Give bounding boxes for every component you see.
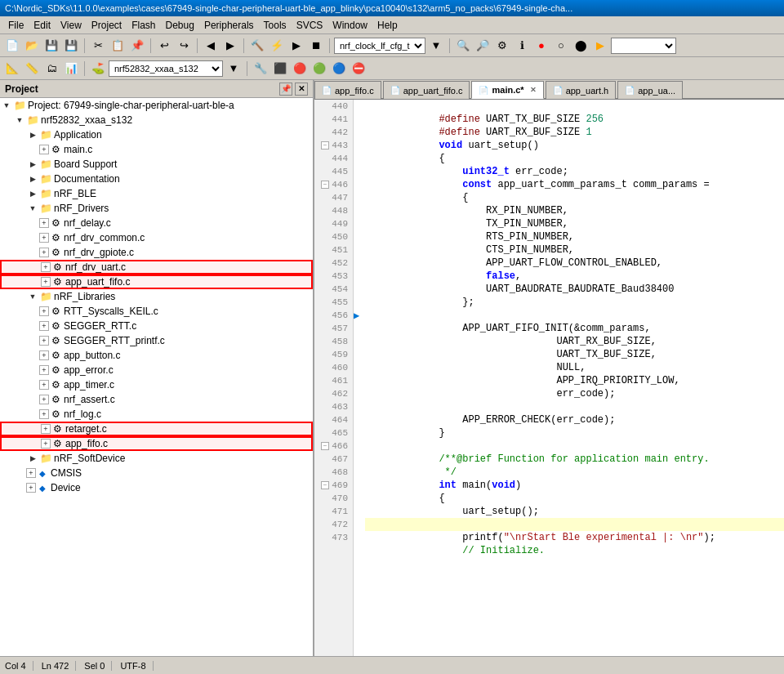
tree-item-app-error[interactable]: + ⚙ app_error.c — [0, 363, 313, 377]
tb2-btn2[interactable]: 📏 — [23, 60, 41, 78]
build-btn2[interactable]: ⚡ — [268, 37, 286, 55]
tab-main-c[interactable]: 📄 main.c* ✕ — [471, 81, 543, 99]
expand-nrfsoftdev[interactable]: ▶ — [26, 452, 39, 465]
save-button[interactable]: 💾 — [42, 37, 60, 55]
tree-item-rtt-syscalls[interactable]: + ⚙ RTT_Syscalls_KEIL.c — [0, 304, 313, 319]
tree-item-segger-rtt[interactable]: + ⚙ SEGGER_RTT.c — [0, 319, 313, 333]
tab-app-uart-fifo[interactable]: 📄 app_uart_fifo.c — [383, 81, 470, 99]
tree-item-app-fifo[interactable]: + ⚙ app_fifo.c — [0, 436, 313, 451]
paste-button[interactable]: 📌 — [128, 37, 146, 55]
expand-rtt-syscalls[interactable]: + — [39, 306, 49, 316]
code-lines[interactable]: #define UART_TX_BUF_SIZE 256 #define UAR… — [365, 100, 784, 656]
new-file-button[interactable]: 📄 — [3, 37, 21, 55]
menu-flash[interactable]: Flash — [127, 18, 160, 33]
cut-button[interactable]: ✂ — [89, 37, 107, 55]
tb2-btn9[interactable]: 🟢 — [310, 60, 328, 78]
expand-nrfdrv[interactable]: ▼ — [26, 202, 39, 215]
copy-button[interactable]: 📋 — [109, 37, 127, 55]
expand-segger-rtt-printf[interactable]: + — [39, 336, 49, 346]
tab-app-fifo[interactable]: 📄 app_fifo.c — [314, 81, 381, 99]
expand-app-error[interactable]: + — [39, 365, 49, 375]
tree-item-nrfdrv[interactable]: ▼ 📁 nRF_Drivers — [0, 201, 313, 216]
tree-item-app-timer[interactable]: + ⚙ app_timer.c — [0, 377, 313, 392]
red-btn[interactable]: ● — [532, 37, 550, 55]
menu-window[interactable]: Window — [327, 18, 372, 33]
expand-app-uart-fifo-drv[interactable]: + — [41, 277, 51, 287]
expand-nrfble[interactable]: ▶ — [26, 187, 39, 200]
expand-nrflib[interactable]: ▼ — [26, 290, 39, 303]
panel-close-button[interactable]: ✕ — [295, 83, 308, 96]
tree-item-retarget[interactable]: + ⚙ retarget.c — [0, 422, 313, 436]
fold-446[interactable]: − — [321, 181, 329, 189]
tb2-btn4[interactable]: 📊 — [62, 60, 80, 78]
tree-item-device[interactable]: + ◆ Device — [0, 480, 313, 495]
fold-469[interactable]: − — [321, 481, 329, 489]
build-btn3[interactable]: ▶ — [287, 37, 305, 55]
tree-item-nrf-log[interactable]: + ⚙ nrf_log.c — [0, 407, 313, 422]
tb2-btn8[interactable]: 🔴 — [291, 60, 309, 78]
search-btn2[interactable]: 🔎 — [474, 37, 492, 55]
tb2-btn10[interactable]: 🔵 — [330, 60, 348, 78]
expand-bsp[interactable]: ▶ — [26, 158, 39, 171]
menu-tools[interactable]: Tools — [259, 18, 292, 33]
code-content[interactable]: 440 441 442 − 443 444 445 − 446 447 448 — [314, 100, 784, 656]
expand-app-button[interactable]: + — [39, 350, 49, 360]
fold-466[interactable]: − — [321, 442, 329, 450]
run-btn[interactable]: ▶ — [591, 37, 609, 55]
expand-retarget[interactable]: + — [41, 424, 51, 434]
tree-item-nrf-drv-common[interactable]: + ⚙ nrf_drv_common.c — [0, 230, 313, 245]
panel-pin-button[interactable]: 📌 — [279, 83, 292, 96]
expand-segger-rtt[interactable]: + — [39, 321, 49, 331]
tab-close-main-c[interactable]: ✕ — [530, 86, 537, 94]
expand-cmsis[interactable]: + — [26, 468, 36, 478]
search-btn1[interactable]: 🔍 — [454, 37, 472, 55]
menu-peripherals[interactable]: Peripherals — [199, 18, 259, 33]
redo-button[interactable]: ↪ — [175, 37, 193, 55]
tree-item-nrf-drv-gpiote[interactable]: + ⚙ nrf_drv_gpiote.c — [0, 245, 313, 260]
tree-item-nrfsoftdev[interactable]: ▶ 📁 nRF_SoftDevice — [0, 451, 313, 466]
tree-item-nrf52[interactable]: ▼ 📁 nrf52832_xxaa_s132 — [0, 113, 313, 127]
step-btn[interactable]: ○ — [552, 37, 570, 55]
expand-nrf-drv-gpiote[interactable]: + — [39, 248, 49, 257]
menu-edit[interactable]: Edit — [29, 18, 56, 33]
tree-item-root[interactable]: ▼ 📁 Project: 67949-single-char-periphera… — [0, 98, 313, 113]
expand-app[interactable]: ▶ — [26, 128, 39, 141]
tab-app-uart-h[interactable]: 📄 app_uart.h — [546, 81, 617, 99]
tb2-btn11[interactable]: ⛔ — [350, 60, 368, 78]
expand-root[interactable]: ▼ — [0, 99, 13, 112]
open-button[interactable]: 📂 — [23, 37, 41, 55]
tree-item-app[interactable]: ▶ 📁 Application — [0, 127, 313, 142]
tb2-btn6[interactable]: 🔧 — [252, 60, 270, 78]
tree-item-app-button[interactable]: + ⚙ app_button.c — [0, 348, 313, 363]
config-combo[interactable] — [611, 38, 676, 54]
device-combo[interactable]: nrf52832_xxaa_s132 — [109, 60, 223, 77]
info-btn[interactable]: ℹ — [513, 37, 531, 55]
forward-button[interactable]: ▶ — [221, 37, 239, 55]
expand-nrf-assert[interactable]: + — [39, 395, 49, 404]
build-btn4[interactable]: ⏹ — [307, 37, 325, 55]
menu-view[interactable]: View — [56, 18, 87, 33]
step2-btn[interactable]: ⬤ — [572, 37, 590, 55]
tree-item-bsp[interactable]: ▶ 📁 Board Support — [0, 157, 313, 172]
combo-btn[interactable]: ▼ — [427, 37, 445, 55]
tree-item-doc[interactable]: ▶ 📁 Documentation — [0, 172, 313, 186]
expand-device[interactable]: + — [26, 483, 36, 493]
tb2-btn7[interactable]: ⬛ — [271, 60, 289, 78]
project-tree[interactable]: ▼ 📁 Project: 67949-single-char-periphera… — [0, 98, 313, 656]
tree-item-nrflib[interactable]: ▼ 📁 nRF_Libraries — [0, 289, 313, 304]
tb2-btn1[interactable]: 📐 — [3, 60, 21, 78]
expand-nrf-log[interactable]: + — [39, 409, 49, 419]
expand-nrf-delay[interactable]: + — [39, 218, 49, 228]
tree-item-app-uart-fifo-drv[interactable]: + ⚙ app_uart_fifo.c — [0, 275, 313, 289]
line-440[interactable]: #define UART_TX_BUF_SIZE 256 — [365, 100, 784, 113]
tree-item-segger-rtt-printf[interactable]: + ⚙ SEGGER_RTT_printf.c — [0, 333, 313, 348]
expand-mainc[interactable]: + — [39, 145, 49, 154]
menu-project[interactable]: Project — [87, 18, 127, 33]
fold-443[interactable]: − — [321, 141, 329, 150]
tree-item-mainc[interactable]: + ⚙ main.c — [0, 142, 313, 157]
expand-nrf-drv-common[interactable]: + — [39, 233, 49, 243]
tab-app-ua[interactable]: 📄 app_ua... — [617, 81, 683, 99]
expand-nrf-drv-uart[interactable]: + — [41, 262, 51, 272]
tree-item-nrf-delay[interactable]: + ⚙ nrf_delay.c — [0, 216, 313, 230]
device-combo-arrow[interactable]: ▼ — [225, 60, 243, 78]
